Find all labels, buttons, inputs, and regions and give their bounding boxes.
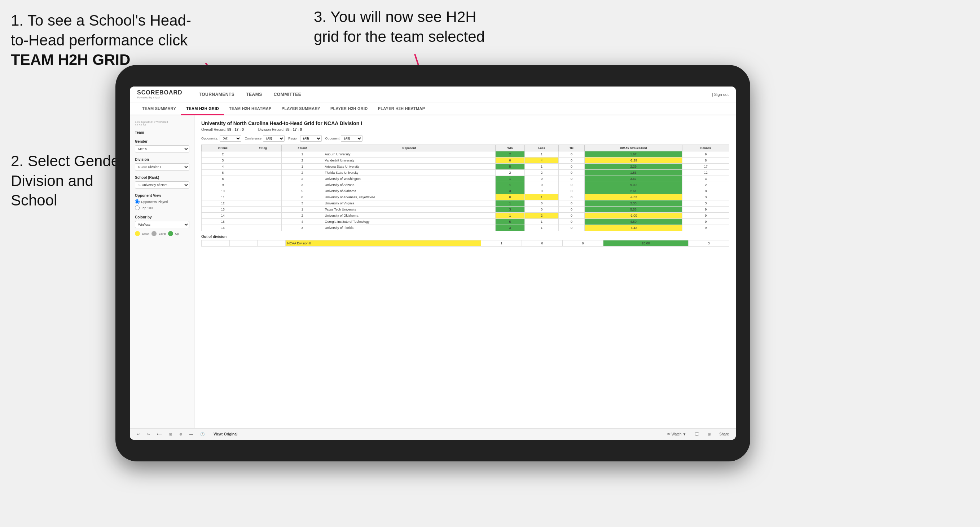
radio-opponents-played[interactable]: Opponents Played <box>135 199 189 204</box>
nav-sign-out[interactable]: | Sign out <box>712 92 729 97</box>
cell-conf: 3 <box>282 225 323 231</box>
colour-select[interactable]: Win/loss <box>135 221 189 228</box>
table-row: 16 3 University of Florida 3 1 0 -6.42 9 <box>202 225 729 231</box>
cell-conf: 3 <box>282 182 323 188</box>
cell-win: 5 <box>495 219 525 225</box>
out-of-division-label: Out of division <box>201 235 729 239</box>
cell-opponent: Georgia Institute of Technology <box>323 219 495 225</box>
cell-loss: 0 <box>525 188 559 194</box>
col-opponent: Opponent <box>323 145 495 151</box>
colour-label: Colour by <box>135 215 189 219</box>
cell-diff: 1.83 <box>584 170 682 176</box>
sub-nav-team-h2h-grid[interactable]: TEAM H2H GRID <box>181 102 224 115</box>
cell-win: 3 <box>495 188 525 194</box>
cell-reg <box>244 163 282 170</box>
cell-loss: 0 <box>525 200 559 206</box>
odd-win: 1 <box>481 240 522 246</box>
filter-conference-select[interactable]: (All) <box>263 135 285 142</box>
cell-rank: 2 <box>202 151 244 157</box>
cell-rank: 8 <box>202 176 244 182</box>
cell-diff: 5.56 <box>584 206 682 213</box>
colour-down-label: Down <box>142 232 150 235</box>
cell-rank: 13 <box>202 206 244 213</box>
cell-tie: 0 <box>559 157 584 163</box>
toolbar-comment[interactable]: 💬 <box>693 432 701 437</box>
cell-rounds: 8 <box>682 188 729 194</box>
toolbar-dash[interactable]: — <box>188 432 195 437</box>
table-row: 12 3 University of Virginia 1 0 0 2.33 3 <box>202 200 729 206</box>
odd-rank <box>202 240 230 246</box>
division-select[interactable]: NCAA Division I NCAA Division II <box>135 163 189 170</box>
gender-select[interactable]: Men's Women's <box>135 145 189 152</box>
table-row: 6 2 Florida State University 2 2 0 1.83 … <box>202 170 729 176</box>
toolbar-right: 👁 Watch ▼ 💬 ⊞ Share <box>665 432 731 437</box>
cell-rounds: 9 <box>682 151 729 157</box>
sub-nav-team-summary[interactable]: TEAM SUMMARY <box>137 102 181 115</box>
cell-reg <box>244 182 282 188</box>
toolbar-grid[interactable]: ⊞ <box>706 432 713 437</box>
cell-loss: 2 <box>525 213 559 219</box>
cell-conf: 5 <box>282 188 323 194</box>
cell-win: 1 <box>495 176 525 182</box>
toolbar-share[interactable]: Share <box>718 432 731 437</box>
cell-win: 3 <box>495 225 525 231</box>
col-rank: # Rank <box>202 145 244 151</box>
toolbar-clock[interactable]: 🕐 <box>198 432 206 437</box>
filter-opponents: Opponents: (All) <box>201 135 241 142</box>
nav-teams[interactable]: TEAMS <box>240 87 268 102</box>
cell-tie: 0 <box>559 151 584 157</box>
cell-rank: 15 <box>202 219 244 225</box>
col-reg: # Reg <box>244 145 282 151</box>
cell-opponent: University of Arkansas, Fayetteville <box>323 194 495 200</box>
cell-conf: 2 <box>282 176 323 182</box>
sub-nav-player-h2h-heatmap[interactable]: PLAYER H2H HEATMAP <box>373 102 430 115</box>
odd-name: NCAA Division II <box>285 240 481 246</box>
nav-committee[interactable]: COMMITTEE <box>268 87 307 102</box>
right-content: University of North Carolina Head-to-Hea… <box>195 115 736 428</box>
annotation-1: 1. To see a School's Head- to-Head perfo… <box>11 11 198 70</box>
annotation-3: 3. You will now see H2H grid for the tea… <box>314 7 530 46</box>
table-row: 2 1 Auburn University 2 1 0 1.67 9 <box>202 151 729 157</box>
sub-nav-player-h2h-grid[interactable]: PLAYER H2H GRID <box>325 102 373 115</box>
cell-loss: 2 <box>525 170 559 176</box>
cell-rounds: 3 <box>682 200 729 206</box>
filter-region-label: Region <box>288 137 299 140</box>
out-of-division-row: NCAA Division II 1 0 0 26.00 3 <box>202 240 729 246</box>
cell-rounds: 17 <box>682 163 729 170</box>
cell-rank: 14 <box>202 213 244 219</box>
toolbar-back[interactable]: ⟵ <box>155 432 164 437</box>
table-row: 3 2 Vanderbilt University 0 4 0 -2.29 8 <box>202 157 729 163</box>
cell-rank: 12 <box>202 200 244 206</box>
filter-region-select[interactable]: (All) <box>300 135 322 142</box>
cell-opponent: University of Florida <box>323 225 495 231</box>
cell-reg <box>244 176 282 182</box>
cell-rounds: 12 <box>682 170 729 176</box>
filter-opponents-select[interactable]: (All) <box>220 135 241 142</box>
cell-rounds: 8 <box>682 157 729 163</box>
radio-top100[interactable]: Top 100 <box>135 205 189 210</box>
sub-nav-team-h2h-heatmap[interactable]: TEAM H2H HEATMAP <box>224 102 277 115</box>
filter-opponent-select[interactable]: (All) <box>341 135 363 142</box>
logo-area: SCOREBOARD Powered by clippi <box>137 89 183 99</box>
table-row: 10 5 University of Alabama 3 0 0 2.61 8 <box>202 188 729 194</box>
odd-diff: 26.00 <box>603 240 688 246</box>
cell-tie: 0 <box>559 225 584 231</box>
school-select[interactable]: 1. University of Nort... <box>135 181 189 189</box>
odd-rounds: 3 <box>689 240 729 246</box>
cell-loss: 1 <box>525 194 559 200</box>
nav-tournaments[interactable]: TOURNAMENTS <box>193 87 240 102</box>
toolbar-crop[interactable]: ⊞ <box>167 432 174 437</box>
table-row: 9 3 University of Arizona 1 0 0 9.00 2 <box>202 182 729 188</box>
toolbar-redo[interactable]: ↪ <box>145 432 151 437</box>
table-row: 8 2 University of Washington 1 0 0 3.67 … <box>202 176 729 182</box>
colour-legend: Down Level Up <box>135 231 189 236</box>
sub-nav-player-summary[interactable]: PLAYER SUMMARY <box>277 102 325 115</box>
cell-opponent: Vanderbilt University <box>323 157 495 163</box>
toolbar-undo[interactable]: ↩ <box>135 432 142 437</box>
out-of-division-table: NCAA Division II 1 0 0 26.00 3 <box>201 240 729 246</box>
toolbar-watch[interactable]: 👁 Watch ▼ <box>665 432 688 437</box>
cell-diff: 1.67 <box>584 151 682 157</box>
cell-opponent: University of Oklahoma <box>323 213 495 219</box>
cell-tie: 0 <box>559 163 584 170</box>
toolbar-plus[interactable]: ⊕ <box>177 432 184 437</box>
